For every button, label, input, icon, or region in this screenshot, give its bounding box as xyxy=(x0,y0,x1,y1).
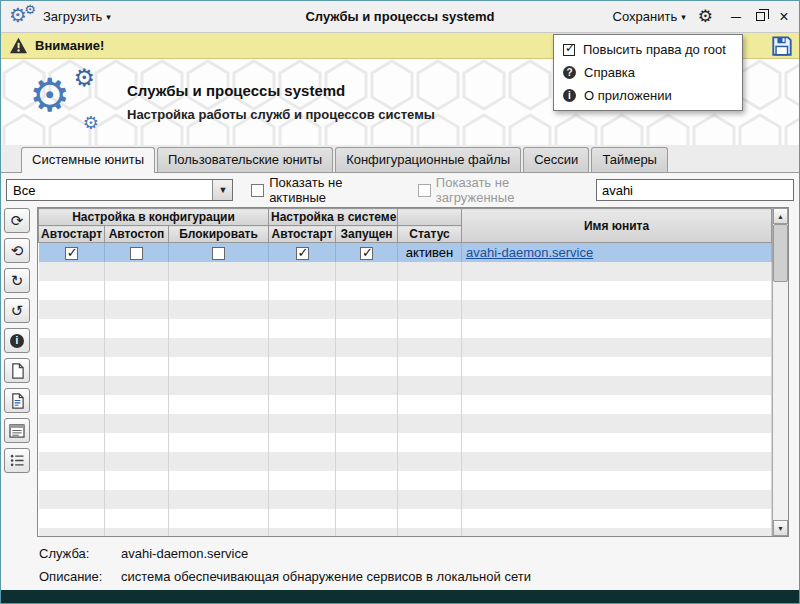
table-row-empty[interactable] xyxy=(39,338,772,357)
show-inactive-checkbox[interactable]: Показать не активные xyxy=(251,175,400,205)
tab-user-units[interactable]: Пользовательские юниты xyxy=(157,147,333,172)
unit-config-file-button[interactable] xyxy=(4,388,30,413)
column-header-status[interactable]: Статус xyxy=(398,226,462,243)
description-label: Описание: xyxy=(39,569,121,584)
restore-button[interactable] xyxy=(753,10,767,24)
table-row-empty[interactable] xyxy=(39,262,772,281)
table-row-empty[interactable] xyxy=(39,357,772,376)
table-row-empty[interactable] xyxy=(39,395,772,414)
table-row-empty[interactable] xyxy=(39,300,772,319)
save-button[interactable]: Сохранить ▾ xyxy=(613,9,686,24)
page-subtitle: Настройка работы служб и процессов систе… xyxy=(127,107,435,122)
table-row-empty[interactable] xyxy=(39,509,772,528)
menu-item-about[interactable]: i О приложении xyxy=(554,84,742,107)
autostop-checkbox[interactable] xyxy=(130,247,143,260)
autostart-config-checkbox[interactable] xyxy=(65,247,78,260)
service-label: Служба: xyxy=(39,546,121,561)
unit-name-link[interactable]: avahi-daemon.service xyxy=(466,245,593,260)
search-input[interactable] xyxy=(596,179,794,201)
close-button[interactable]: × xyxy=(777,10,791,24)
app-logo-gears-icon: ⚙⚙ xyxy=(9,5,35,29)
gear-icon: ⚙ xyxy=(698,7,713,26)
service-value: avahi-daemon.service xyxy=(121,546,248,561)
unit-type-dropdown[interactable]: Все ▼ xyxy=(6,179,233,201)
table-row-empty[interactable] xyxy=(39,433,772,452)
tab-sessions[interactable]: Сессии xyxy=(523,147,589,172)
scroll-up-button[interactable]: ▲ xyxy=(773,208,788,224)
menu-item-elevate-root[interactable]: Повысить права до root xyxy=(554,38,742,61)
scrollbar-track[interactable] xyxy=(773,224,788,520)
table-row-empty[interactable] xyxy=(39,528,772,537)
minimize-button[interactable]: ─ xyxy=(729,10,743,24)
undo-icon: ↺ xyxy=(11,302,24,320)
warning-message: Внимание! xyxy=(35,38,104,53)
help-icon: ? xyxy=(563,66,576,79)
column-header-block[interactable]: Блокировать xyxy=(169,226,269,243)
menu-item-label: Справка xyxy=(584,65,635,80)
column-header-running[interactable]: Запущен xyxy=(336,226,398,243)
unit-info-button[interactable]: i xyxy=(4,328,30,353)
checkbox-icon xyxy=(418,184,431,197)
status-cell: активен xyxy=(398,243,462,262)
autostart-system-checkbox[interactable] xyxy=(296,247,309,260)
running-checkbox[interactable] xyxy=(360,247,373,260)
file-icon xyxy=(10,363,25,379)
tab-panel: Все ▼ Показать не активные Показать не з… xyxy=(1,172,799,590)
tab-timers[interactable]: Таймеры xyxy=(591,147,668,172)
show-unloaded-checkbox[interactable]: Показать не загруженные xyxy=(418,175,588,205)
table-scrollbar[interactable]: ▲ ▼ xyxy=(772,208,788,536)
checkbox-icon xyxy=(251,184,264,197)
about-icon: i xyxy=(563,89,576,102)
units-main-area: ⟳ ⟲ ↻ ↺ i xyxy=(1,207,799,537)
menu-item-label: Повысить права до root xyxy=(583,42,726,57)
page-title: Службы и процессы systemd xyxy=(127,82,435,99)
journal-button[interactable] xyxy=(4,418,30,443)
block-checkbox[interactable] xyxy=(212,247,225,260)
scrollbar-thumb[interactable] xyxy=(773,224,788,282)
info-icon: i xyxy=(10,334,24,348)
chevron-down-icon: ▼ xyxy=(212,180,232,200)
table-row-empty[interactable] xyxy=(39,452,772,471)
unit-file-button[interactable] xyxy=(4,358,30,383)
menu-item-help[interactable]: ? Справка xyxy=(554,61,742,84)
unit-table-body: активен avahi-daemon.service xyxy=(39,243,772,537)
table-row-empty[interactable] xyxy=(39,490,772,509)
units-table-region: Настройка в конфигурации Настройка в сис… xyxy=(37,207,789,537)
window-title: Службы и процессы systemd xyxy=(305,9,494,24)
file-config-icon xyxy=(10,393,25,409)
reload-button[interactable]: ⟲ xyxy=(4,238,30,263)
table-row-empty[interactable] xyxy=(39,471,772,490)
load-button[interactable]: Загрузить ▾ xyxy=(43,9,111,24)
save-file-button[interactable] xyxy=(771,35,793,57)
unit-actions-toolbar: ⟳ ⟲ ↻ ↺ i xyxy=(4,207,37,537)
app-window: ⚙⚙ Загрузить ▾ Службы и процессы systemd… xyxy=(0,0,800,604)
group-header-system: Настройка в системе xyxy=(269,209,398,226)
group-header-config: Настройка в конфигурации xyxy=(39,209,269,226)
group-header-empty xyxy=(398,209,462,226)
checkbox-checked-icon xyxy=(563,44,575,56)
dependencies-list-button[interactable] xyxy=(4,448,30,473)
restart-button[interactable]: ↻ xyxy=(4,268,30,293)
column-header-autostart-config[interactable]: Автостарт xyxy=(39,226,105,243)
settings-gear-button[interactable]: ⚙ xyxy=(698,8,713,25)
close-icon: × xyxy=(779,9,788,25)
column-header-unit-name[interactable]: Имя юнита xyxy=(462,209,772,243)
column-header-autostop[interactable]: Автостоп xyxy=(105,226,169,243)
menu-item-label: О приложении xyxy=(584,88,672,103)
column-header-autostart-system[interactable]: Автостарт xyxy=(269,226,336,243)
warning-triangle-icon xyxy=(9,37,28,54)
unit-type-dropdown-value: Все xyxy=(13,183,35,198)
table-row-empty[interactable] xyxy=(39,319,772,338)
table-row-avahi[interactable]: активен avahi-daemon.service xyxy=(39,243,772,262)
tab-config-files[interactable]: Конфигурационные файлы xyxy=(335,147,521,172)
table-row-empty[interactable] xyxy=(39,414,772,433)
undo-button[interactable]: ↺ xyxy=(4,298,30,323)
scroll-down-button[interactable]: ▼ xyxy=(773,520,788,536)
journal-icon xyxy=(9,424,25,438)
show-inactive-label: Показать не активные xyxy=(269,175,400,205)
units-table: Настройка в конфигурации Настройка в сис… xyxy=(38,208,772,536)
table-row-empty[interactable] xyxy=(39,376,772,395)
tab-system-units[interactable]: Системные юниты xyxy=(21,147,155,173)
refresh-button[interactable]: ⟳ xyxy=(4,208,30,233)
table-row-empty[interactable] xyxy=(39,281,772,300)
